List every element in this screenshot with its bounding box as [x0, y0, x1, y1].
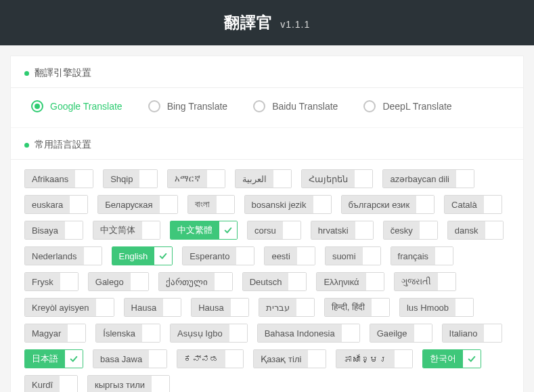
check-icon — [467, 354, 476, 364]
language-chip[interactable]: हिन्दी, हिंदी — [324, 298, 390, 317]
language-chip-label: Ελληνικά — [317, 273, 365, 290]
language-chip-toggle — [139, 170, 157, 188]
language-chip[interactable]: кыргыз тили — [87, 375, 170, 392]
language-chip-label: Íslenska — [96, 324, 142, 342]
language-chip[interactable]: Беларуская — [97, 195, 177, 214]
language-chip-label: ગુજરાતી — [395, 273, 438, 290]
language-chip[interactable]: Ελληνικά — [316, 272, 384, 291]
language-chip[interactable]: Frysk — [24, 272, 79, 291]
language-chip-label: English — [112, 247, 155, 265]
language-chip-label: Hausa — [192, 299, 231, 316]
engine-radio-bing[interactable]: Bing Translate — [148, 100, 228, 112]
language-chip[interactable]: azərbaycan dili — [382, 169, 474, 188]
language-chip[interactable]: ភាសាខ្មែរ — [336, 349, 413, 368]
check-icon — [158, 251, 168, 261]
radio-circle-icon — [31, 100, 43, 112]
app-version: v1.1.1 — [280, 19, 310, 30]
language-chip-toggle — [372, 299, 389, 316]
language-chip-toggle — [149, 350, 166, 368]
language-chip[interactable]: corsu — [247, 221, 301, 240]
engine-radio-deepl[interactable]: DeepL Translate — [363, 100, 451, 112]
radio-circle-icon — [148, 100, 160, 112]
language-chip[interactable]: English — [112, 246, 173, 265]
language-chip[interactable]: 한국어 — [422, 349, 481, 368]
engine-radio-google[interactable]: Google Translate — [31, 100, 123, 112]
language-chip[interactable]: dansk — [447, 221, 504, 240]
language-chip[interactable]: Gaeilge — [370, 324, 432, 343]
language-chip-toggle — [142, 221, 160, 239]
language-chip[interactable]: euskara — [24, 195, 88, 214]
engine-radio-baidu[interactable]: Baidu Translate — [253, 100, 338, 112]
language-chip-label: Italiano — [443, 324, 485, 342]
language-chip[interactable]: Deutsch — [242, 272, 307, 291]
settings-panel: 翻譯引擎設置 Google TranslateBing TranslateBai… — [10, 56, 524, 392]
language-chip[interactable]: Қазақ тілі — [253, 349, 326, 368]
language-chip[interactable]: hrvatski — [311, 221, 374, 240]
language-chip-label: Kreyòl ayisyen — [25, 299, 96, 316]
language-chip-label: Bisaya — [25, 221, 65, 239]
language-chip[interactable]: česky — [383, 221, 438, 240]
language-chip-toggle — [484, 324, 502, 342]
engine-section-label: 翻譯引擎設置 — [35, 67, 91, 79]
language-chip-toggle — [163, 299, 181, 316]
language-chip-toggle — [438, 273, 455, 290]
language-chip-label: Nederlands — [25, 247, 84, 265]
language-chip-toggle — [236, 247, 254, 265]
language-chip-label: العربية — [236, 170, 273, 188]
language-chip[interactable]: Hausa — [124, 298, 182, 317]
language-chip-toggle — [308, 350, 326, 368]
language-chip[interactable]: Afrikaans — [24, 169, 93, 188]
language-chip-label: Беларуская — [98, 196, 159, 213]
language-chip[interactable]: বাংলা — [187, 195, 235, 214]
language-chip[interactable]: ગુજરાતી — [394, 272, 456, 291]
app-title: 翻譯官 — [224, 14, 273, 31]
language-chip[interactable]: Català — [444, 195, 502, 214]
language-chip-label: eesti — [265, 247, 296, 265]
language-chip[interactable]: Asụsụ Igbo — [170, 324, 248, 343]
language-chip[interactable]: Magyar — [24, 324, 86, 343]
language-chip[interactable]: 中文简体 — [93, 221, 160, 240]
language-chip[interactable]: suomi — [325, 246, 381, 265]
language-chip[interactable]: Kurdî — [24, 375, 78, 392]
language-chip-toggle — [355, 170, 372, 188]
language-chip[interactable]: Kreyòl ayisyen — [24, 298, 114, 317]
language-chip[interactable]: Íslenska — [95, 324, 160, 343]
language-chip[interactable]: Shqip — [103, 169, 158, 188]
language-chip-toggle — [342, 324, 359, 342]
language-chip[interactable]: lus Hmoob — [399, 298, 474, 317]
language-chip[interactable]: Bahasa Indonesia — [257, 324, 360, 343]
language-chip[interactable]: العربية — [235, 169, 292, 188]
language-chip[interactable]: Nederlands — [24, 246, 102, 265]
radio-circle-icon — [253, 100, 265, 112]
language-chip[interactable]: basa Jawa — [93, 349, 167, 368]
language-chip[interactable]: Հայերեն — [301, 169, 373, 188]
language-chip-toggle — [68, 324, 85, 342]
language-chip-label: Kurdî — [25, 376, 60, 392]
language-chip[interactable]: Bisaya — [24, 221, 83, 240]
language-chip[interactable]: eesti — [264, 246, 315, 265]
language-chip[interactable]: ಕನ್ನಡ — [177, 349, 244, 368]
language-chip[interactable]: bosanski jezik — [244, 195, 332, 214]
language-chip-label: lus Hmoob — [400, 299, 455, 316]
language-chip[interactable]: български език — [341, 195, 435, 214]
engine-radio-group: Google TranslateBing TranslateBaidu Tran… — [11, 87, 523, 128]
language-chip[interactable]: ქართული — [158, 272, 233, 291]
language-chip[interactable]: 日本語 — [24, 349, 83, 368]
language-chip[interactable]: Esperanto — [182, 246, 254, 265]
language-chip[interactable]: አማርኛ — [167, 169, 225, 188]
language-chip[interactable]: français — [391, 246, 454, 265]
language-chip[interactable]: 中文繁體 — [170, 221, 238, 240]
app-header: 翻譯官 v1.1.1 — [0, 0, 534, 45]
language-chip[interactable]: Hausa — [191, 298, 249, 317]
language-chip-label: Gaeilge — [370, 324, 414, 342]
language-chip-toggle — [65, 221, 83, 239]
language-chip[interactable]: עברית — [259, 298, 315, 317]
language-chip[interactable]: Galego — [88, 272, 149, 291]
language-chip-toggle — [297, 247, 315, 265]
language-chip-label: Frysk — [25, 273, 60, 290]
language-chip[interactable]: Italiano — [442, 324, 503, 343]
language-chip-label: 日本語 — [25, 350, 65, 368]
language-chip-label: Magyar — [25, 324, 68, 342]
language-chip-toggle — [296, 299, 314, 316]
language-chip-toggle — [75, 170, 93, 188]
